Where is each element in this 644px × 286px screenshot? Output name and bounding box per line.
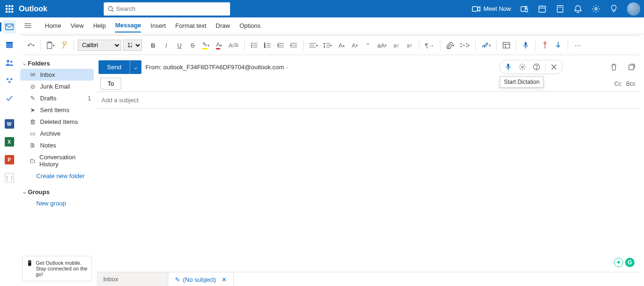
svg-point-55 (521, 66, 523, 68)
more-commands-button[interactable]: ⋯ (572, 39, 583, 52)
dictation-close-button[interactable] (548, 61, 560, 73)
strikethrough-button[interactable]: S (187, 39, 198, 52)
folder-archive[interactable]: ▭Archive (20, 128, 94, 139)
download-button[interactable] (553, 39, 564, 52)
format-painter-button[interactable] (58, 39, 70, 52)
new-group-link[interactable]: New group (20, 197, 94, 209)
dictation-help-button[interactable] (531, 61, 542, 73)
align-button[interactable]: ▾ (307, 39, 320, 52)
search-input[interactable] (116, 5, 226, 12)
quote-button[interactable]: ” (362, 39, 373, 52)
tab-insert[interactable]: Insert (150, 19, 166, 32)
tips-icon[interactable] (609, 4, 619, 14)
grammarly-assist-icon: ✦ (614, 258, 623, 267)
signature-button[interactable]: ▾ (479, 39, 493, 52)
tab-view[interactable]: View (71, 19, 84, 32)
tab-help[interactable]: Help (93, 19, 106, 32)
dictate-toolbar-button[interactable] (520, 39, 531, 52)
settings-icon[interactable] (591, 4, 601, 14)
tab-options[interactable]: Options (239, 19, 261, 32)
meet-now-button[interactable]: Meet Now (472, 5, 511, 12)
to-button[interactable]: To (100, 78, 121, 90)
sensitivity-button[interactable] (539, 39, 551, 52)
send-button[interactable]: Send (99, 60, 130, 74)
svg-rect-53 (507, 64, 509, 67)
rail-calendar[interactable] (3, 38, 16, 51)
from-field[interactable]: From: outlook_F34F8D7FA6DF9704@outlook.c… (145, 64, 288, 71)
underline-button[interactable]: U (174, 39, 185, 52)
subject-input[interactable] (100, 95, 636, 106)
bold-button[interactable]: B (148, 39, 159, 52)
grammarly-widget[interactable]: ✦ G (614, 258, 635, 267)
dictation-settings-button[interactable] (517, 61, 528, 73)
numbering-button[interactable]: 123 (262, 39, 273, 52)
rail-word[interactable]: W (3, 117, 16, 131)
bcc-button[interactable]: Bcc (626, 81, 636, 87)
app-launcher-icon[interactable] (4, 3, 15, 15)
immersive-button[interactable] (501, 39, 512, 52)
tab-draw[interactable]: Draw (216, 19, 230, 32)
rail-groups[interactable] (3, 74, 16, 87)
line-spacing-button[interactable]: ▾ (322, 39, 334, 52)
bottom-tab-inbox[interactable]: Inbox (97, 272, 168, 286)
avatar[interactable] (627, 2, 640, 16)
folder-notes[interactable]: 🗎Notes (20, 139, 94, 151)
link-button[interactable]: ▾ (458, 39, 471, 52)
folder-deleted[interactable]: 🗑Deleted Items (20, 116, 94, 128)
mobile-promo[interactable]: 📱 Get Outlook mobile. Stay connected on … (22, 256, 92, 281)
attach-button[interactable]: ▾ (444, 39, 456, 52)
dictate-button[interactable] (503, 61, 514, 73)
font-size-select[interactable]: 12 (123, 40, 142, 51)
folder-history[interactable]: 🗀Conversation History (20, 151, 94, 170)
notifications-icon[interactable] (573, 4, 583, 14)
rail-powerpoint[interactable]: P (3, 153, 16, 166)
cc-button[interactable]: Cc (614, 81, 621, 87)
ltr-button[interactable]: ¶→ (423, 39, 436, 52)
font-color-button[interactable]: A▾ (214, 39, 225, 52)
popout-button[interactable] (626, 61, 637, 73)
tab-message[interactable]: Message (115, 19, 141, 33)
superscript-button[interactable]: x2 (404, 39, 415, 52)
undo-button[interactable]: ↶▾ (25, 39, 36, 52)
folder-drafts[interactable]: ✎Drafts1 (20, 92, 94, 104)
app-name[interactable]: Outlook (19, 5, 47, 13)
folder-junk[interactable]: ⊘Junk Email (20, 81, 94, 92)
hamburger-icon[interactable] (23, 24, 33, 28)
notes-header-icon[interactable] (555, 4, 565, 14)
increase-font-button[interactable]: A▴ (336, 39, 347, 52)
dictation-tooltip: Start Dictation (500, 76, 544, 88)
close-tab-button[interactable]: ✕ (222, 276, 227, 283)
svg-point-9 (595, 8, 597, 10)
folder-inbox[interactable]: ✉Inbox (20, 69, 94, 81)
bottom-tab-draft[interactable]: ✎ (No subject) ✕ (168, 272, 234, 286)
discard-button[interactable] (608, 61, 619, 73)
folder-sent[interactable]: ➤Sent Items (20, 104, 94, 116)
dictation-toolbar: Start Dictation (499, 60, 563, 74)
rail-excel[interactable]: X (3, 135, 16, 148)
italic-button[interactable]: I (161, 39, 172, 52)
search-box[interactable] (104, 2, 230, 16)
folders-section-header[interactable]: ⌵Folders (20, 58, 94, 69)
font-name-select[interactable]: Calibri (78, 40, 121, 51)
clear-format-button[interactable]: A⌫ (227, 39, 241, 52)
groups-section-header[interactable]: ⌵Groups (20, 187, 94, 197)
rail-more-apps[interactable]: ⋮⋮ (3, 171, 16, 184)
highlight-button[interactable]: ✎▾ (200, 39, 212, 52)
paste-button[interactable]: ▾ (44, 39, 57, 52)
increase-indent-button[interactable] (288, 39, 299, 52)
rail-people[interactable] (3, 56, 16, 69)
rail-todo[interactable] (3, 92, 16, 105)
decrease-font-button[interactable]: A▾ (349, 39, 360, 52)
decrease-indent-button[interactable] (275, 39, 286, 52)
bullets-button[interactable] (248, 39, 260, 52)
message-body[interactable] (97, 109, 639, 272)
teams-icon[interactable] (520, 4, 529, 14)
subscript-button[interactable]: x2 (390, 39, 402, 52)
create-folder-link[interactable]: Create new folder (20, 170, 94, 182)
tab-home[interactable]: Home (45, 19, 61, 32)
tab-format-text[interactable]: Format text (175, 19, 206, 32)
send-options-button[interactable]: ⌵ (130, 60, 141, 74)
change-case-button[interactable]: aA▾ (375, 39, 388, 52)
calendar-header-icon[interactable] (537, 4, 547, 14)
rail-mail[interactable] (3, 20, 16, 33)
